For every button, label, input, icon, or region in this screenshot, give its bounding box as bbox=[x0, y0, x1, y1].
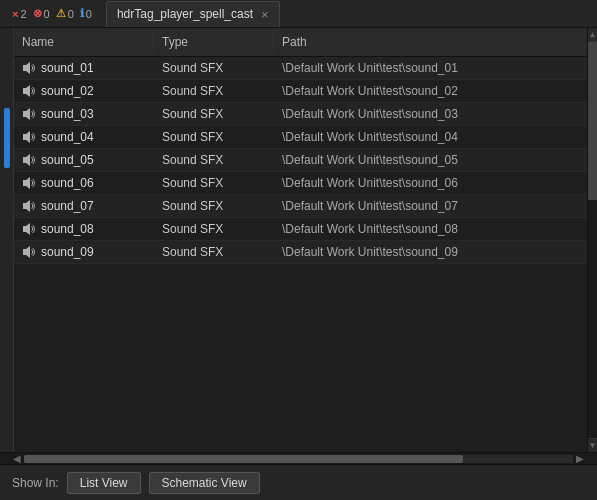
tab-close-button[interactable]: × bbox=[261, 7, 269, 22]
cell-type: Sound SFX bbox=[154, 103, 274, 125]
horizontal-scrollbar[interactable]: ◀ ▶ bbox=[0, 452, 597, 464]
cell-name: sound_07 bbox=[14, 195, 154, 217]
cell-name: sound_05 bbox=[14, 149, 154, 171]
col-header-name: Name bbox=[14, 32, 154, 52]
cell-path: \Default Work Unit\test\sound_08 bbox=[274, 218, 587, 240]
list-view-button[interactable]: List View bbox=[67, 472, 141, 494]
scroll-left-arrow[interactable]: ◀ bbox=[10, 453, 24, 464]
warning2-status: ⊗ 0 bbox=[33, 7, 50, 20]
cell-path: \Default Work Unit\test\sound_03 bbox=[274, 103, 587, 125]
table-row[interactable]: sound_08 Sound SFX \Default Work Unit\te… bbox=[14, 218, 587, 241]
hscroll-track[interactable] bbox=[24, 455, 573, 463]
cell-type: Sound SFX bbox=[154, 195, 274, 217]
error-status: × 2 bbox=[12, 8, 27, 20]
svg-marker-9 bbox=[26, 154, 30, 166]
col-header-type: Type bbox=[154, 32, 274, 52]
error-count: 2 bbox=[20, 8, 26, 20]
svg-rect-6 bbox=[23, 134, 26, 140]
table-body[interactable]: sound_01 Sound SFX \Default Work Unit\te… bbox=[14, 57, 587, 452]
cell-name: sound_09 bbox=[14, 241, 154, 263]
info-count: 0 bbox=[86, 8, 92, 20]
info-icon: ℹ bbox=[80, 7, 84, 20]
svg-marker-5 bbox=[26, 108, 30, 120]
cell-type: Sound SFX bbox=[154, 80, 274, 102]
tab-bar: × 2 ⊗ 0 ⚠ 0 ℹ 0 hdrTag_player_spell_cast… bbox=[0, 0, 597, 28]
table-row[interactable]: sound_07 Sound SFX \Default Work Unit\te… bbox=[14, 195, 587, 218]
table-row[interactable]: sound_01 Sound SFX \Default Work Unit\te… bbox=[14, 57, 587, 80]
cell-type: Sound SFX bbox=[154, 172, 274, 194]
bottom-bar: Show In: List View Schematic View bbox=[0, 464, 597, 500]
cell-path: \Default Work Unit\test\sound_04 bbox=[274, 126, 587, 148]
cell-path: \Default Work Unit\test\sound_05 bbox=[274, 149, 587, 171]
table-row[interactable]: sound_04 Sound SFX \Default Work Unit\te… bbox=[14, 126, 587, 149]
cell-name: sound_08 bbox=[14, 218, 154, 240]
left-panel bbox=[0, 28, 14, 452]
error2-count: 0 bbox=[44, 8, 50, 20]
cell-name: sound_01 bbox=[14, 57, 154, 79]
sound-icon bbox=[22, 153, 36, 167]
sound-icon bbox=[22, 245, 36, 259]
sound-icon bbox=[22, 84, 36, 98]
cell-type: Sound SFX bbox=[154, 241, 274, 263]
scroll-track[interactable] bbox=[588, 42, 597, 438]
table-row[interactable]: sound_06 Sound SFX \Default Work Unit\te… bbox=[14, 172, 587, 195]
show-in-label: Show In: bbox=[12, 476, 59, 490]
status-group: × 2 ⊗ 0 ⚠ 0 ℹ 0 bbox=[4, 7, 100, 20]
col-header-path: Path bbox=[274, 32, 587, 52]
warn-status: ⚠ 0 bbox=[56, 7, 74, 20]
scroll-up-arrow[interactable]: ▲ bbox=[588, 28, 597, 42]
table-row[interactable]: sound_05 Sound SFX \Default Work Unit\te… bbox=[14, 149, 587, 172]
svg-marker-15 bbox=[26, 223, 30, 235]
svg-rect-14 bbox=[23, 226, 26, 232]
sound-icon bbox=[22, 130, 36, 144]
cell-name: sound_06 bbox=[14, 172, 154, 194]
svg-rect-2 bbox=[23, 88, 26, 94]
vertical-scrollbar[interactable]: ▲ ▼ bbox=[587, 28, 597, 452]
cell-name: sound_03 bbox=[14, 103, 154, 125]
warn-count: 0 bbox=[68, 8, 74, 20]
cell-path: \Default Work Unit\test\sound_07 bbox=[274, 195, 587, 217]
content-area: Name Type Path sound_01 Sound SFX \Defau… bbox=[14, 28, 587, 452]
sound-icon bbox=[22, 176, 36, 190]
main-layout: Name Type Path sound_01 Sound SFX \Defau… bbox=[0, 28, 597, 452]
cell-name: sound_02 bbox=[14, 80, 154, 102]
schematic-view-button[interactable]: Schematic View bbox=[149, 472, 260, 494]
hscroll-thumb[interactable] bbox=[24, 455, 463, 463]
table-row[interactable]: sound_03 Sound SFX \Default Work Unit\te… bbox=[14, 103, 587, 126]
active-tab[interactable]: hdrTag_player_spell_cast × bbox=[106, 1, 280, 27]
cell-type: Sound SFX bbox=[154, 218, 274, 240]
cell-path: \Default Work Unit\test\sound_06 bbox=[274, 172, 587, 194]
scroll-thumb[interactable] bbox=[588, 42, 597, 200]
tab-label: hdrTag_player_spell_cast bbox=[117, 7, 253, 21]
sound-icon bbox=[22, 107, 36, 121]
table-header: Name Type Path bbox=[14, 28, 587, 57]
cell-type: Sound SFX bbox=[154, 149, 274, 171]
sound-icon bbox=[22, 222, 36, 236]
table-row[interactable]: sound_02 Sound SFX \Default Work Unit\te… bbox=[14, 80, 587, 103]
cell-type: Sound SFX bbox=[154, 126, 274, 148]
svg-rect-8 bbox=[23, 157, 26, 163]
svg-rect-4 bbox=[23, 111, 26, 117]
svg-marker-1 bbox=[26, 62, 30, 74]
cell-path: \Default Work Unit\test\sound_02 bbox=[274, 80, 587, 102]
svg-rect-0 bbox=[23, 65, 26, 71]
cell-path: \Default Work Unit\test\sound_09 bbox=[274, 241, 587, 263]
svg-marker-13 bbox=[26, 200, 30, 212]
cell-type: Sound SFX bbox=[154, 57, 274, 79]
svg-marker-11 bbox=[26, 177, 30, 189]
scroll-right-arrow[interactable]: ▶ bbox=[573, 453, 587, 464]
svg-rect-16 bbox=[23, 249, 26, 255]
sound-icon bbox=[22, 61, 36, 75]
cell-path: \Default Work Unit\test\sound_01 bbox=[274, 57, 587, 79]
scroll-down-arrow[interactable]: ▼ bbox=[588, 438, 597, 452]
sound-icon bbox=[22, 199, 36, 213]
svg-rect-10 bbox=[23, 180, 26, 186]
table-row[interactable]: sound_09 Sound SFX \Default Work Unit\te… bbox=[14, 241, 587, 264]
left-indicator bbox=[4, 108, 10, 168]
info-status: ℹ 0 bbox=[80, 7, 92, 20]
svg-marker-3 bbox=[26, 85, 30, 97]
svg-rect-12 bbox=[23, 203, 26, 209]
svg-marker-17 bbox=[26, 246, 30, 258]
cell-name: sound_04 bbox=[14, 126, 154, 148]
warn-icon: ⚠ bbox=[56, 7, 66, 20]
